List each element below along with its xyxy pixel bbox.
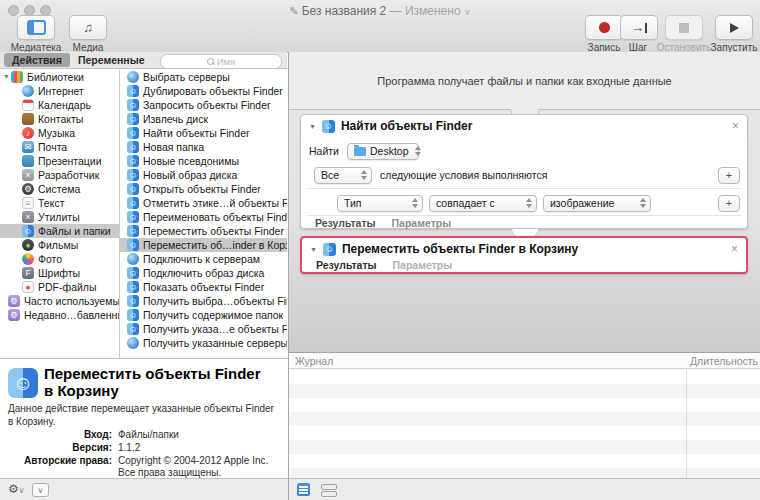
music-icon: ♪: [22, 127, 34, 139]
finder-action-icon: ☺: [323, 243, 336, 256]
disclosure-triangle-icon[interactable]: ▼: [309, 123, 316, 130]
condition-attribute-popup[interactable]: Тип: [337, 195, 423, 212]
stop-icon: [679, 23, 689, 33]
options-link[interactable]: Параметры: [392, 217, 452, 229]
library-item-label: Библиотеки: [27, 70, 84, 84]
action-list-item[interactable]: ☺Подключить образ диска: [120, 266, 287, 280]
tab-actions[interactable]: Действия: [4, 53, 70, 67]
media-button[interactable]: ♫ Медиа: [68, 15, 108, 53]
chevron-down-icon[interactable]: ∨: [464, 7, 471, 17]
library-item[interactable]: FШрифты: [0, 266, 119, 280]
action-list-item[interactable]: Выбрать серверы: [120, 70, 287, 84]
action-list-item[interactable]: ☺Дублировать объекты Finder: [120, 84, 287, 98]
action-list-item[interactable]: ☺Переместить об…inder в Корзину: [120, 238, 287, 252]
action-list-item[interactable]: Получить указанные серверы: [120, 336, 287, 350]
text-icon: ≡: [22, 197, 34, 209]
find-location-popup[interactable]: Desktop: [347, 143, 419, 160]
close-action-icon[interactable]: ×: [731, 243, 738, 255]
library-item[interactable]: ×Разработчик: [0, 168, 119, 182]
stop-button[interactable]: Остановить: [656, 15, 712, 53]
library-item-label: Фото: [38, 252, 62, 266]
library-item-label: Утилиты: [38, 210, 80, 224]
action-list-item-label: Подключить образ диска: [143, 266, 264, 280]
add-row-button[interactable]: +: [718, 195, 740, 212]
action-list-item[interactable]: ☺Новый образ диска: [120, 168, 287, 182]
calendar-icon: [22, 99, 34, 111]
library-item[interactable]: ☺Файлы и папки: [0, 224, 119, 238]
action-title: Переместить объекты Finder в Корзину: [342, 242, 578, 256]
action-list-item[interactable]: ☺Получить выбра…объекты Finder: [120, 294, 287, 308]
action-list-item[interactable]: ☺Отметить этике…й объекты Finder: [120, 196, 287, 210]
library-item[interactable]: ≡Текст: [0, 196, 119, 210]
pencil-icon: ✎: [289, 5, 298, 17]
action-list-item[interactable]: ☺Открыть объекты Finder: [120, 182, 287, 196]
close-action-icon[interactable]: ×: [732, 120, 739, 132]
search-input[interactable]: Имя: [160, 54, 282, 69]
action-list-item[interactable]: ☺Переименовать объекты Finder: [120, 210, 287, 224]
action-list-item[interactable]: ☺Переместить объекты Finder: [120, 224, 287, 238]
log-column-divider: [686, 370, 687, 478]
globe-action-icon: [127, 253, 139, 265]
action-list-item[interactable]: ☺Извлечь диск: [120, 112, 287, 126]
library-item-label: Недавно…бавленные: [24, 308, 119, 322]
action-list-item[interactable]: ☺Новая папка: [120, 140, 287, 154]
action-block-move-to-trash[interactable]: ▼ ☺ Переместить объекты Finder в Корзину…: [300, 236, 748, 274]
globe-action-icon: [127, 71, 139, 83]
library-item-label: Презентации: [38, 154, 102, 168]
library-item[interactable]: Фото: [0, 252, 119, 266]
finder-action-icon: ☺: [127, 281, 139, 293]
bottom-bar-right: [288, 478, 760, 500]
action-list-item[interactable]: ☺Получить указа…е объекты Finder: [120, 322, 287, 336]
panel-toggle-button[interactable]: ∨: [32, 483, 49, 497]
library-item[interactable]: ×Утилиты: [0, 210, 119, 224]
action-list-item-label: Выбрать серверы: [143, 70, 230, 84]
developer-icon: ×: [22, 169, 34, 181]
library-item[interactable]: ▼Библиотеки: [0, 70, 119, 84]
match-scope-popup[interactable]: Все: [314, 167, 372, 184]
disclosure-triangle-icon[interactable]: ▼: [2, 70, 11, 84]
log-view-icon[interactable]: [297, 483, 310, 496]
library-item[interactable]: Презентации: [0, 154, 119, 168]
workflow-canvas: Программа получает файлы и папки как вхо…: [288, 52, 760, 352]
library-item[interactable]: ⚙Недавно…бавленные: [0, 308, 119, 322]
action-list-item[interactable]: ☺Найти объекты Finder: [120, 126, 287, 140]
options-link[interactable]: Параметры: [393, 259, 453, 271]
condition-value-popup[interactable]: изображение: [543, 195, 651, 212]
variables-view-icon[interactable]: [321, 484, 337, 495]
smart-folder-recent-icon: ⚙: [8, 309, 20, 321]
action-block-find-finder-items[interactable]: ▼ ☺ Найти объекты Finder × Найти Desktop…: [300, 114, 748, 229]
results-link[interactable]: Результаты: [315, 217, 376, 229]
run-button[interactable]: Запустить: [708, 15, 760, 53]
library-item[interactable]: Контакты: [0, 112, 119, 126]
condition-operator-popup[interactable]: совпадает с: [429, 195, 537, 212]
log-panel: Журнал Длительность: [288, 352, 760, 478]
library-item[interactable]: ●Фильмы: [0, 238, 119, 252]
info-field-value: Файлы/папки: [118, 429, 280, 441]
disclosure-triangle-icon[interactable]: ▼: [310, 246, 317, 253]
action-list-item[interactable]: ☺Получить содержимое папок: [120, 308, 287, 322]
library-panel: ▼БиблиотекиИнтернетКалендарьКонтакты♪Муз…: [0, 70, 287, 358]
action-list-item[interactable]: ☺Показать объекты Finder: [120, 280, 287, 294]
gear-menu-button[interactable]: ⚙∨: [8, 482, 25, 496]
tab-variables[interactable]: Переменные: [70, 53, 153, 67]
action-list-item[interactable]: Подключить к серверам: [120, 252, 287, 266]
library-item[interactable]: Календарь: [0, 98, 119, 112]
finder-action-icon: ☺: [127, 197, 139, 209]
library-item[interactable]: ⚙Система: [0, 182, 119, 196]
record-button[interactable]: Запись: [584, 15, 624, 53]
bottom-bar-left: ⚙∨ ∨: [0, 478, 288, 500]
library-item[interactable]: ●PDF-файлы: [0, 280, 119, 294]
media-library-button[interactable]: Медиатека: [10, 15, 62, 53]
library-item[interactable]: Интернет: [0, 84, 119, 98]
results-link[interactable]: Результаты: [316, 259, 377, 271]
step-button[interactable]: → Шаг: [620, 15, 656, 53]
library-item[interactable]: ⚙Часто используемые: [0, 294, 119, 308]
action-list-item[interactable]: ☺Запросить объекты Finder: [120, 98, 287, 112]
library-item[interactable]: ✉Почта: [0, 140, 119, 154]
action-list-item[interactable]: ☺Новые псевдонимы: [120, 154, 287, 168]
add-condition-button[interactable]: +: [718, 167, 740, 184]
info-field-label: Вход:: [0, 429, 112, 441]
library-item[interactable]: ♪Музыка: [0, 126, 119, 140]
action-list-item-label: Переместить об…inder в Корзину: [143, 238, 287, 252]
pdf-icon: ●: [22, 281, 34, 293]
